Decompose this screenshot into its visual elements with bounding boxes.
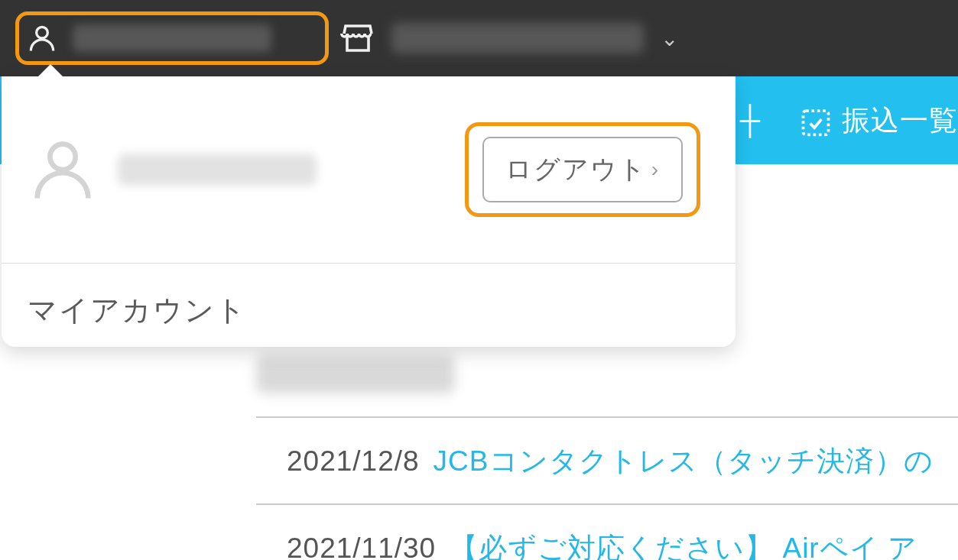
topbar-user-name-blurred [73,24,271,52]
dropdown-header: ログアウト › [2,76,736,264]
user-dropdown-panel: ログアウト › マイアカウント [2,76,736,347]
top-bar: ⌄ [0,0,958,76]
news-date: 2021/11/30 [287,532,436,560]
dropdown-user-name-blurred [118,154,317,186]
chevron-right-icon: › [651,157,660,182]
bluebar-item-transfers[interactable]: 振込一覧 [799,102,958,140]
logout-highlight: ログアウト › [465,122,700,217]
news-heading-blurred [256,355,455,393]
my-account-link[interactable]: マイアカウント [2,264,736,358]
logout-button-label: ログアウト [505,152,647,187]
my-account-label: マイアカウント [28,294,247,326]
svg-point-0 [37,27,48,38]
bluebar-item-transfers-label: 振込一覧 [842,102,958,140]
news-title: 【必ずご対応ください】 Airペイ ア [450,529,917,560]
news-row[interactable]: 2021/12/8 JCBコンタクトレス（タッチ決済）の [256,416,958,503]
svg-rect-1 [804,111,829,134]
bluebar-item-1-text: ┼ [740,105,761,137]
topbar-store-name-blurred [391,23,644,53]
svg-point-2 [50,144,75,170]
logout-button[interactable]: ログアウト › [482,137,683,202]
chevron-down-icon: ⌄ [661,26,678,51]
topbar-user-menu[interactable] [15,11,329,65]
topbar-store-menu[interactable]: ⌄ [339,11,678,65]
calendar-check-icon [799,104,833,138]
store-icon [339,20,376,57]
news-date: 2021/12/8 [287,445,420,477]
news-row[interactable]: 2021/11/30 【必ずご対応ください】 Airペイ ア [256,503,958,560]
user-icon [25,21,59,55]
user-icon [24,131,101,208]
news-title: JCBコンタクトレス（タッチ決済）の [434,442,934,481]
bluebar-item-1[interactable]: ┼ [740,105,761,137]
